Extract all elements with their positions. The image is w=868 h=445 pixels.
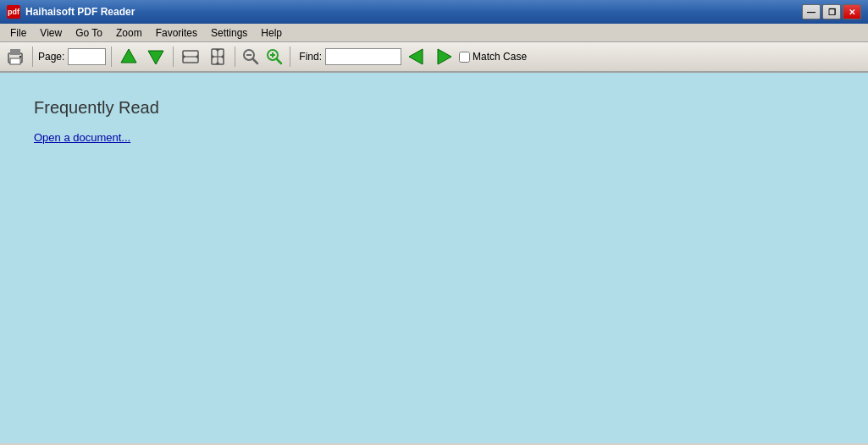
arrow-left-icon [407, 47, 426, 66]
title-bar-left: pdf Haihaisoft PDF Reader [7, 5, 135, 19]
close-button[interactable]: ✕ [843, 4, 861, 19]
title-bar: pdf Haihaisoft PDF Reader — ❐ ✕ [0, 0, 868, 24]
zoom-out-button[interactable] [240, 47, 261, 67]
menu-goto[interactable]: Go To [69, 25, 109, 41]
page-down-button[interactable] [144, 45, 168, 69]
title-controls: — ❐ ✕ [802, 4, 861, 19]
page-up-button[interactable] [117, 45, 141, 69]
svg-marker-4 [121, 49, 136, 63]
separator-3 [173, 47, 174, 67]
print-button[interactable] [3, 45, 27, 69]
app-icon: pdf [7, 5, 20, 19]
svg-marker-16 [221, 54, 224, 59]
find-label: Find: [299, 51, 322, 63]
svg-marker-14 [215, 62, 220, 64]
svg-point-3 [19, 56, 21, 58]
menu-bar: File View Go To Zoom Favorites Settings … [0, 24, 868, 42]
menu-help[interactable]: Help [254, 25, 289, 41]
fit-page-button[interactable] [206, 45, 229, 69]
fit-width-icon [181, 47, 200, 66]
fit-page-icon [208, 47, 227, 66]
toolbar: Page: [0, 42, 868, 73]
match-case-label: Match Case [473, 51, 527, 63]
menu-favorites[interactable]: Favorites [149, 25, 204, 41]
menu-view[interactable]: View [33, 25, 69, 41]
page-input[interactable] [68, 48, 106, 65]
find-prev-button[interactable] [405, 45, 428, 69]
minimize-button[interactable]: — [802, 4, 821, 19]
match-case-checkbox[interactable] [459, 52, 470, 63]
zoom-out-icon [241, 47, 260, 66]
fit-width-button[interactable] [179, 45, 202, 69]
svg-marker-24 [409, 49, 423, 64]
svg-marker-8 [183, 54, 185, 59]
separator-2 [111, 47, 112, 67]
menu-settings[interactable]: Settings [204, 25, 254, 41]
separator-1 [32, 47, 33, 67]
svg-marker-9 [196, 54, 198, 59]
match-case-container: Match Case [459, 51, 527, 63]
svg-marker-25 [438, 49, 451, 64]
svg-marker-5 [148, 51, 163, 64]
menu-file[interactable]: File [3, 25, 33, 41]
frequently-read-heading: Frequently Read [34, 98, 834, 118]
find-next-button[interactable] [432, 45, 456, 69]
svg-marker-15 [212, 54, 214, 59]
svg-marker-13 [215, 49, 220, 52]
separator-4 [235, 47, 235, 67]
zoom-in-icon [265, 47, 284, 66]
zoom-in-button[interactable] [264, 47, 285, 67]
restore-button[interactable]: ❐ [822, 4, 841, 19]
printer-icon [6, 47, 25, 66]
find-input[interactable] [325, 48, 401, 65]
open-document-link[interactable]: Open a document... [34, 131, 130, 144]
separator-5 [290, 47, 290, 67]
svg-line-19 [253, 59, 258, 64]
svg-rect-2 [10, 58, 20, 64]
arrow-right-icon [434, 47, 453, 66]
page-label: Page: [38, 51, 64, 63]
svg-rect-1 [10, 49, 20, 55]
main-content: Frequently Read Open a document... [0, 73, 868, 443]
menu-zoom[interactable]: Zoom [109, 25, 149, 41]
arrow-down-icon [147, 47, 165, 66]
arrow-up-icon [119, 47, 138, 66]
app-title: Haihaisoft PDF Reader [25, 6, 135, 18]
svg-line-23 [277, 59, 282, 64]
